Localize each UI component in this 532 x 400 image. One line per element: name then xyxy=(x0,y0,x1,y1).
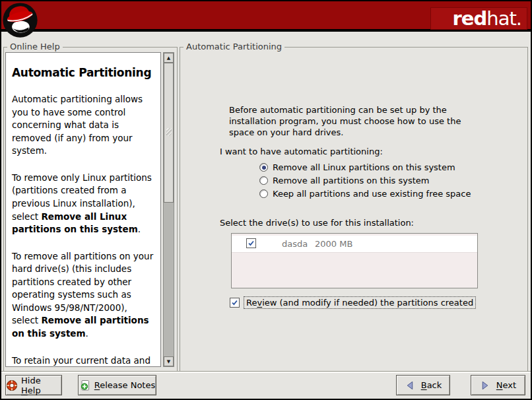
redhat-shadowman-icon xyxy=(2,2,38,38)
help-scrollbar[interactable]: ▲ ▼ xyxy=(163,52,174,367)
drive-name: dasda xyxy=(282,239,308,249)
release-notes-button[interactable]: Release Notes xyxy=(78,375,156,395)
question-label: I want to have automatic partitioning: xyxy=(220,147,383,156)
radio-remove-all-partitions[interactable]: Remove all partitions on this system xyxy=(259,176,471,185)
scrollbar-thumb[interactable] xyxy=(164,63,174,203)
help-paragraph-1: Automatic partitioning allows you to hav… xyxy=(12,93,154,158)
help-heading: Automatic Partitioning xyxy=(12,66,154,79)
radio-button-selected[interactable] xyxy=(259,163,268,172)
redhat-logo-text: redhat. xyxy=(453,9,521,28)
next-button[interactable]: Next xyxy=(471,375,525,395)
next-arrow-icon xyxy=(480,380,490,391)
drive-select-label: Select the drive(s) to use for this inst… xyxy=(220,218,414,228)
help-paragraph-4-clipped: To retain your current data and xyxy=(12,354,154,367)
automatic-partitioning-frame-label: Automatic Partitioning xyxy=(183,42,284,51)
radio-button[interactable] xyxy=(259,176,268,185)
drive-checkbox-checked[interactable] xyxy=(246,238,256,248)
radio-label: Keep all partitions and use existing fre… xyxy=(273,189,471,199)
release-notes-icon xyxy=(79,380,91,391)
review-checkbox-checked[interactable] xyxy=(230,298,240,308)
intro-text: Before automatic partitioning can be set… xyxy=(229,104,464,138)
help-text-area: Automatic Partitioning Automatic partiti… xyxy=(5,52,161,367)
radio-keep-all-partitions[interactable]: Keep all partitions and use existing fre… xyxy=(259,189,471,199)
checkbox-check-icon xyxy=(248,240,255,247)
back-button[interactable]: Back xyxy=(396,375,450,395)
drive-size: 2000 MB xyxy=(315,239,352,249)
online-help-frame-label: Online Help xyxy=(7,42,63,51)
hide-help-button[interactable]: Hide Help xyxy=(5,375,62,395)
drive-row-dasda[interactable]: dasda 2000 MB xyxy=(232,236,477,253)
checkbox-check-icon xyxy=(231,299,238,306)
automatic-partitioning-panel: Automatic Partitioning Before automatic … xyxy=(180,47,528,372)
partitioning-radio-group: Remove all Linux partitions on this syst… xyxy=(259,162,471,199)
redhat-wordmark: redhat. xyxy=(430,7,527,30)
hide-help-label: Hide Help xyxy=(21,376,61,395)
help-paragraph-3: To remove all partitions on your hard dr… xyxy=(12,250,154,341)
review-checkbox-label: Review (and modify if needed) the partit… xyxy=(244,296,476,309)
back-arrow-icon xyxy=(405,380,415,391)
next-label: Next xyxy=(496,380,516,390)
top-banner: redhat. xyxy=(1,1,531,32)
radio-remove-linux-partitions[interactable]: Remove all Linux partitions on this syst… xyxy=(259,162,471,172)
radio-dot xyxy=(262,166,266,170)
scrollbar-up-icon[interactable]: ▲ xyxy=(164,53,174,63)
installer-window: redhat. Online Help Automatic Partitioni… xyxy=(0,0,532,400)
help-paragraph-2: To remove only Linux partitions (partiti… xyxy=(12,172,154,236)
footer-separator xyxy=(1,371,531,373)
brand-rest: hat. xyxy=(486,7,521,30)
radio-label: Remove all Linux partitions on this syst… xyxy=(273,162,455,172)
radio-label: Remove all partitions on this system xyxy=(273,176,429,185)
review-partitions-checkbox-row[interactable]: Review (and modify if needed) the partit… xyxy=(230,296,476,309)
life-ring-icon xyxy=(6,380,18,391)
back-label: Back xyxy=(421,380,442,390)
online-help-panel: Online Help Automatic Partitioning Autom… xyxy=(3,47,178,372)
drive-list[interactable]: dasda 2000 MB xyxy=(231,233,478,288)
release-notes-label: Release Notes xyxy=(94,380,155,390)
brand-bold: red xyxy=(453,7,487,30)
radio-button[interactable] xyxy=(259,189,268,198)
scrollbar-grip xyxy=(166,128,172,136)
scrollbar-down-icon[interactable]: ▼ xyxy=(164,356,174,366)
